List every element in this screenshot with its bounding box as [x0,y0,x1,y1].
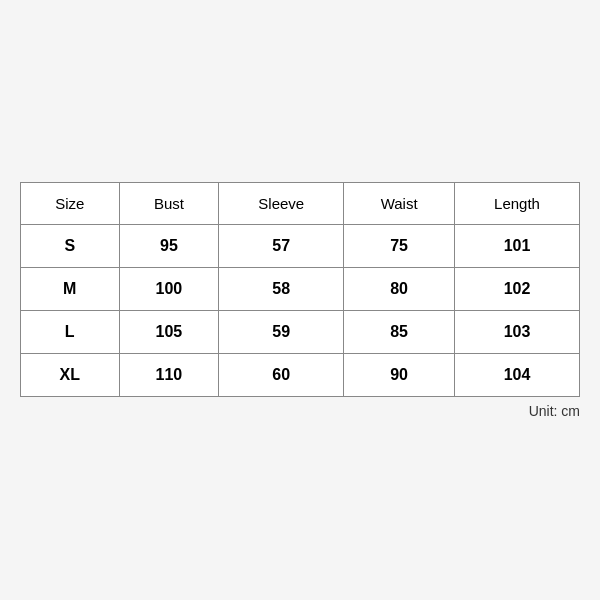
unit-label: Unit: cm [529,403,580,419]
table-row: XL1106090104 [21,353,580,396]
table-body: S955775101M1005880102L1055985103XL110609… [21,224,580,396]
table-header-row: SizeBustSleeveWaistLength [21,182,580,224]
cell-row0-col4: 101 [455,224,580,267]
cell-row2-col2: 59 [219,310,344,353]
cell-row0-col0: S [21,224,120,267]
cell-row0-col2: 57 [219,224,344,267]
page-container: SizeBustSleeveWaistLength S955775101M100… [20,182,580,419]
cell-row3-col2: 60 [219,353,344,396]
table-row: L1055985103 [21,310,580,353]
cell-row1-col1: 100 [119,267,219,310]
cell-row2-col0: L [21,310,120,353]
cell-row1-col0: M [21,267,120,310]
cell-row3-col1: 110 [119,353,219,396]
cell-row3-col0: XL [21,353,120,396]
column-header-waist: Waist [344,182,455,224]
cell-row0-col1: 95 [119,224,219,267]
column-header-bust: Bust [119,182,219,224]
column-header-length: Length [455,182,580,224]
cell-row3-col3: 90 [344,353,455,396]
table-row: S955775101 [21,224,580,267]
cell-row3-col4: 104 [455,353,580,396]
cell-row1-col4: 102 [455,267,580,310]
cell-row1-col2: 58 [219,267,344,310]
column-header-sleeve: Sleeve [219,182,344,224]
column-header-size: Size [21,182,120,224]
cell-row2-col1: 105 [119,310,219,353]
cell-row0-col3: 75 [344,224,455,267]
table-row: M1005880102 [21,267,580,310]
cell-row2-col3: 85 [344,310,455,353]
cell-row2-col4: 103 [455,310,580,353]
size-chart-table: SizeBustSleeveWaistLength S955775101M100… [20,182,580,397]
cell-row1-col3: 80 [344,267,455,310]
